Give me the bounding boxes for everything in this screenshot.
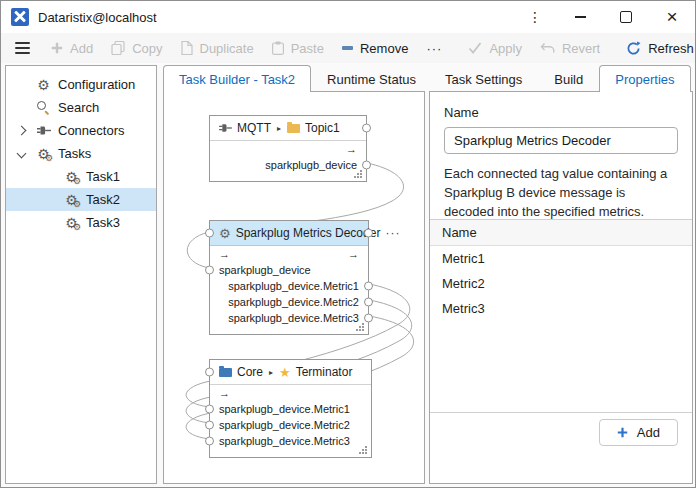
minimize-button[interactable] [557,1,603,33]
gear-icon: ⚙ [37,78,50,92]
minus-icon [342,46,353,49]
tab-task-settings[interactable]: Task Settings [429,67,538,90]
paste-clipboard-icon [272,41,284,55]
add-button[interactable]: Add [42,33,102,63]
node-menu-button[interactable]: ··· [385,226,400,240]
input-port[interactable] [205,405,214,414]
header-port[interactable] [364,229,373,238]
node-description: Each connected tag value containing a Sp… [444,165,678,222]
sidebar-item-connectors[interactable]: Connectors [6,119,156,142]
add-metric-button[interactable]: Add [599,419,678,446]
kebab-menu-icon[interactable]: ⋮ [513,9,557,25]
node-row: → → [210,246,368,262]
node-row: → [210,141,366,157]
copy-button[interactable]: Copy [102,33,171,63]
plug-icon [37,125,51,136]
output-port[interactable] [362,161,371,170]
header-port[interactable] [205,368,214,377]
sidebar-item-task2[interactable]: ⚙⚙ Task2 [6,188,156,211]
arrow-icon: → [346,143,357,155]
resize-grip[interactable] [210,449,371,457]
duplicate-button[interactable]: Duplicate [172,33,263,63]
copy-icon [111,41,125,55]
node-row-output[interactable]: sparkplugb_device.Metric2 [210,294,368,310]
header-port[interactable] [362,124,371,133]
metric-row[interactable]: Metric1 [430,246,692,271]
app-window: Dataristix@localhost ⋮ × Add Copy Duplic… [0,0,696,488]
sidebar-item-task1[interactable]: ⚙⚙ Task1 [6,165,156,188]
sidebar-item-task3[interactable]: ⚙⚙ Task3 [6,211,156,234]
sidebar-item-configuration[interactable]: ⚙ Configuration [6,73,156,96]
plug-icon [219,123,232,133]
maximize-button[interactable] [603,1,649,33]
window-title: Dataristix@localhost [38,10,157,25]
apply-button[interactable]: Apply [459,33,531,63]
arrow-icon: → [219,248,230,260]
input-port[interactable] [205,437,214,446]
node-row-input[interactable]: sparkplugb_device.Metric1 [210,401,371,417]
node-header[interactable]: Core ▸ ★ Terminator [210,360,371,385]
plus-icon [51,42,63,54]
node-terminator[interactable]: Core ▸ ★ Terminator → sparkplugb_device.… [209,359,372,458]
tab-build[interactable]: Build [538,67,599,90]
node-header[interactable]: ⚙ Sparkplug Metrics Decoder ··· [210,221,368,246]
tab-properties[interactable]: Properties [599,65,690,92]
metric-row[interactable]: Metric3 [430,296,692,321]
input-port[interactable] [205,266,214,275]
folder-icon [287,124,300,133]
output-port[interactable] [364,298,373,307]
metrics-column-header: Name [430,220,692,246]
node-row-input[interactable]: sparkplugb_device [210,262,368,278]
app-logo-icon [11,8,29,26]
output-port[interactable] [364,314,373,323]
arrow-icon: → [348,248,359,260]
chevron-down-icon[interactable] [17,149,27,159]
node-row-input[interactable]: sparkplugb_device.Metric2 [210,417,371,433]
refresh-button[interactable]: Refresh [617,33,696,63]
close-icon: × [666,12,677,22]
title-bar: Dataristix@localhost ⋮ × [1,1,695,33]
name-input[interactable] [444,127,678,154]
chevron-right-icon[interactable] [17,126,27,136]
search-icon [37,101,50,114]
plus-icon [617,427,628,438]
output-port[interactable] [364,282,373,291]
sidebar-item-tasks[interactable]: ⚙⚙ Tasks [6,142,156,165]
minimize-icon [575,16,586,18]
node-row-output[interactable]: sparkplugb_device [210,157,366,173]
node-row-input[interactable]: sparkplugb_device.Metric3 [210,433,371,449]
more-commands-button[interactable]: ··· [417,33,451,63]
node-topic1[interactable]: MQTT ▸ Topic1 → sparkplugb_device [209,115,367,182]
node-row-output[interactable]: sparkplugb_device.Metric3 [210,310,368,326]
remove-button[interactable]: Remove [333,33,417,63]
node-row: → [210,385,371,401]
node-header[interactable]: MQTT ▸ Topic1 [210,116,366,141]
window-controls: ⋮ × [513,1,695,33]
revert-button[interactable]: Revert [531,33,609,63]
node-row-output[interactable]: sparkplugb_device.Metric1 [210,278,368,294]
header-port[interactable] [205,229,214,238]
arrow-icon: → [219,387,230,399]
gear-icon: ⚙ [219,227,231,240]
tab-task-builder[interactable]: Task Builder - Task2 [163,65,311,92]
tab-runtime-status[interactable]: Runtime Status [311,67,432,90]
check-icon [468,42,482,54]
metric-row[interactable]: Metric2 [430,271,692,296]
task-builder-tab-strip: Task Builder - Task2 Runtime Status [163,65,432,92]
duplicate-page-icon [181,41,193,55]
main-toolbar: Add Copy Duplicate Paste Remove ··· Appl… [1,33,695,64]
folder-icon [219,368,232,377]
resize-grip[interactable] [210,326,368,334]
sidebar-item-search[interactable]: Search [6,96,156,119]
paste-button[interactable]: Paste [263,33,333,63]
close-button[interactable]: × [649,1,695,33]
input-port[interactable] [205,421,214,430]
node-sparkplug-metrics-decoder[interactable]: ⚙ Sparkplug Metrics Decoder ··· → → spar… [209,220,369,335]
task-canvas[interactable]: MQTT ▸ Topic1 → sparkplugb_device ⚙ Spar… [163,91,425,484]
maximize-icon [620,11,632,23]
hamburger-menu-icon[interactable] [7,42,42,53]
navigation-tree: ⚙ Configuration Search Connectors ⚙⚙ Tas… [5,65,157,484]
resize-grip[interactable] [210,173,366,181]
name-label: Name [444,105,678,120]
metrics-table: Name Metric1 Metric2 Metric3 [430,219,692,413]
